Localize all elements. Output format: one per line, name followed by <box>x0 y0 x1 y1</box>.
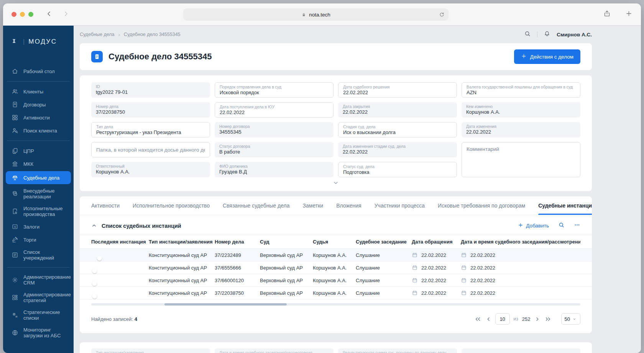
sidebar-item-institutions[interactable]: Список учереждений <box>3 246 74 264</box>
sidebar-item-enforcement[interactable]: Исполнительные производства <box>3 203 74 220</box>
sidebar-item-activities[interactable]: Активности <box>3 111 74 124</box>
svg-text:$: $ <box>14 225 16 229</box>
chevron-down-icon <box>333 180 339 187</box>
sidebar-item-label: Исполнительные производства <box>23 206 70 217</box>
field-judgment-date[interactable]: Дата судебного решения 22.02.2022 <box>338 82 457 98</box>
tab-enforcement[interactable]: Исполнительное производство <box>133 196 210 215</box>
logo-mark-icon <box>12 37 19 46</box>
table-search-icon[interactable] <box>558 222 565 230</box>
col-case-number: Номер дела <box>215 239 260 245</box>
tab-related-cases[interactable]: Связанные судебные дела <box>223 196 290 215</box>
col-last-instance: Последняя инстанция <box>91 239 149 245</box>
last-page-button[interactable] <box>544 316 552 322</box>
sidebar-item-cpr[interactable]: ЦПР <box>3 144 74 157</box>
sidebar-item-auctions[interactable]: Торги <box>3 233 74 246</box>
field-id: ID tgy2022 79-01 <box>91 82 210 98</box>
zoom-window-button[interactable] <box>28 12 33 17</box>
reload-icon[interactable] <box>439 12 445 18</box>
instances-table: Последняя инстанция Тип инстанции/заявле… <box>80 235 592 299</box>
case-actions-button[interactable]: Действия с делом <box>514 49 580 64</box>
search-icon[interactable] <box>524 30 531 39</box>
table-row[interactable]: Конституционный суд АР 37/66000120 Верхо… <box>80 274 592 287</box>
gear-list-icon <box>12 312 18 319</box>
prev-page-button[interactable] <box>486 316 491 322</box>
sidebar-item-clients[interactable]: Клиенты <box>3 85 74 98</box>
tab-activities[interactable]: Активности <box>91 196 120 215</box>
collapse-section-control[interactable] <box>91 223 97 229</box>
table-row[interactable]: Конституционный суд АР 37/6555666 Верхов… <box>80 261 592 274</box>
sidebar-item-label: Администрирование CRM <box>23 274 71 286</box>
calendar-icon <box>461 252 467 258</box>
address-bar[interactable]: nota.tech <box>183 8 449 21</box>
scrollbar-thumb[interactable] <box>164 303 287 306</box>
calendar-icon <box>461 277 467 283</box>
field-comment[interactable]: Комментарий <box>462 142 580 177</box>
page-number-input[interactable]: 10 <box>495 313 510 325</box>
field-state-duty-currency[interactable]: Валюта государственной пошлины для обращ… <box>462 82 580 98</box>
breadcrumb-court-cases[interactable]: Судебные дела <box>80 32 115 37</box>
sidebar-item-strategic-lists[interactable]: Стратегические списки <box>3 306 74 324</box>
logo-text: МОДУС <box>28 38 57 46</box>
tab-court-instances[interactable]: Судебные инстанции <box>538 196 592 215</box>
user-name[interactable]: Смирнов А.С. <box>557 32 592 38</box>
person-search-icon <box>12 127 18 134</box>
next-page-button[interactable] <box>534 316 540 322</box>
case-sections-card: Активности Исполнительное производство С… <box>80 196 592 333</box>
field-case-stage[interactable]: Стадия суд. дела Иск о взыскании долга <box>338 122 457 137</box>
globe-icon <box>12 329 18 336</box>
total-pages: 252 <box>522 316 531 322</box>
sidebar: | МОДУС Рабочий стол Клиенты Договоры <box>3 26 74 353</box>
tab-notes[interactable]: Заметки <box>303 196 324 215</box>
sidebar-item-abs-monitoring[interactable]: Мониторинг загрузки из АБС <box>3 324 74 342</box>
field-dossier-folder[interactable]: Папка, в которой находится досье данного… <box>91 142 210 157</box>
field-blank <box>462 348 580 353</box>
tab-attachments[interactable]: Вложения <box>336 196 361 215</box>
horizontal-scrollbar[interactable] <box>91 303 580 306</box>
more-options-icon[interactable] <box>574 222 580 230</box>
grid-icon <box>12 114 18 121</box>
table-row[interactable]: Конституционный суд АР 37/2232489 Верхов… <box>80 249 592 261</box>
sidebar-item-pledges[interactable]: $ Залоги <box>3 220 74 233</box>
sidebar-item-extrajudicial[interactable]: Внесудебные реализации <box>3 185 74 203</box>
add-instance-button[interactable]: Добавить <box>518 222 549 229</box>
sidebar-item-desktop[interactable]: Рабочий стол <box>3 65 74 78</box>
sidebar-item-label: Администрирование стратегий <box>23 292 71 303</box>
bell-icon[interactable] <box>544 30 550 39</box>
calendar-icon <box>461 265 467 271</box>
col-session: Судебное заседание <box>356 239 412 245</box>
sidebar-item-contracts[interactable]: Договоры <box>3 98 74 111</box>
browser-forward-button[interactable] <box>62 10 69 19</box>
close-window-button[interactable] <box>12 12 16 17</box>
sidebar-item-court-cases[interactable]: Судебные дела <box>6 171 71 184</box>
field-case-type[interactable]: Тип дела Реструктуризация - указ Президе… <box>91 122 210 137</box>
field-responsible: Ответственный Коршунов А.А. <box>91 162 210 177</box>
field-court-send-order[interactable]: Порядок отправления дела в суд Исковой п… <box>215 82 334 98</box>
sidebar-item-admin-strategies[interactable]: Администрирование стратегий <box>3 289 74 306</box>
sidebar-item-mkk[interactable]: МКК <box>3 157 74 170</box>
plus-icon <box>518 222 523 229</box>
sidebar-item-label: Судебные дела <box>23 175 59 181</box>
table-row[interactable]: Конституционный суд АР 37/22038750 Верхо… <box>80 287 592 299</box>
sidebar-item-client-search[interactable]: Поиск клиента <box>3 124 74 137</box>
browser-back-button[interactable] <box>46 10 53 19</box>
share-icon[interactable] <box>603 10 611 19</box>
field-received-date[interactable]: Дата поступления дела в ЮУ 22.02.2022 <box>215 102 334 118</box>
page-size-select[interactable]: 50 <box>561 313 580 325</box>
first-page-button[interactable] <box>474 316 482 322</box>
sidebar-item-label: Торги <box>23 237 36 243</box>
col-instance-type: Тип инстанции/заявления <box>149 239 215 245</box>
new-tab-icon[interactable] <box>625 10 632 19</box>
breadcrumb-current-case: Судебное дело 34555345 <box>124 32 181 37</box>
sidebar-divider <box>7 267 70 268</box>
tab-participants[interactable]: Участники процесса <box>375 196 425 215</box>
chevron-down-icon <box>572 317 577 322</box>
minimize-window-button[interactable] <box>20 12 25 17</box>
sidebar-item-label: Залоги <box>23 224 39 230</box>
field-case-status[interactable]: Статус суд. дела Подготовка <box>338 162 457 177</box>
tab-claims[interactable]: Исковые требования по договорам <box>438 196 525 215</box>
collapse-details-control[interactable] <box>91 177 580 189</box>
sidebar-item-label: Активности <box>23 115 50 121</box>
sidebar-item-admin-crm[interactable]: Администрирование CRM <box>3 271 74 289</box>
col-court: Суд <box>260 239 313 245</box>
dollar-square-icon: $ <box>12 223 18 230</box>
